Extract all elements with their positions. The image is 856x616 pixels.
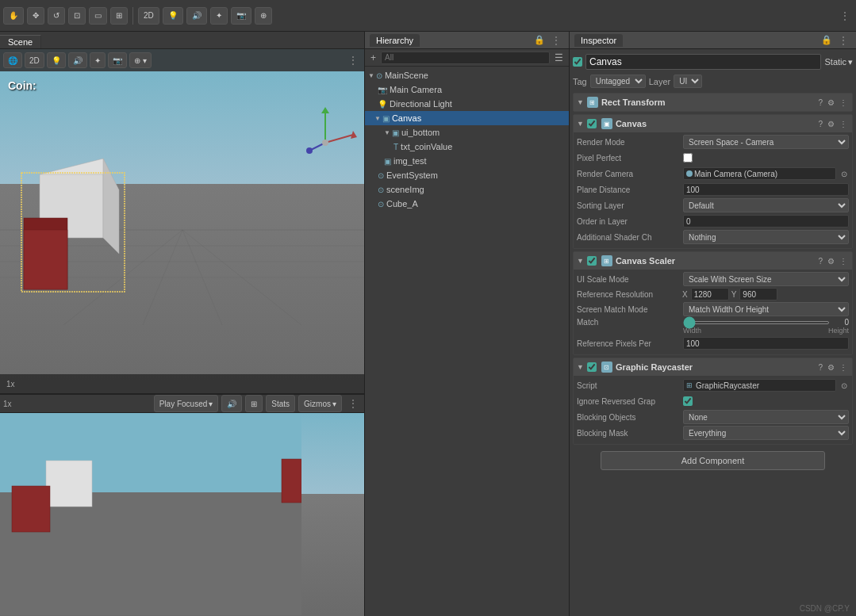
toolbar-rotate-btn[interactable]: ↺ <box>48 7 65 25</box>
blocking-objects-select[interactable]: None <box>683 410 849 424</box>
hier-item-sceneimg[interactable]: ⊙ sceneImg <box>365 182 569 197</box>
object-active-checkbox[interactable] <box>573 57 582 67</box>
plane-distance-input[interactable] <box>683 183 849 196</box>
svg-rect-22 <box>0 413 301 492</box>
hier-item-cubea[interactable]: ⊙ Cube_A <box>365 197 569 211</box>
hier-item-canvas[interactable]: ▼ ▣ Canvas <box>365 111 569 125</box>
hierarchy-lock-icon[interactable]: 🔒 <box>534 35 545 45</box>
ignore-reversed-checkbox[interactable] <box>683 396 693 406</box>
canvas-scaler-help-btn[interactable]: ? <box>816 257 824 266</box>
game-audio-btn[interactable]: 🔊 <box>221 395 242 412</box>
rect-transform-help-btn[interactable]: ? <box>816 98 824 107</box>
graphic-raycaster-header[interactable]: ▼ ⊡ Graphic Raycaster ? ⚙ ⋮ <box>574 358 852 376</box>
toolbar-audio-btn[interactable]: 🔊 <box>186 7 207 25</box>
screen-match-mode-row: Screen Match Mode Match Width Or Height <box>577 302 849 316</box>
uibottom-arrow: ▼ <box>384 129 390 136</box>
ui-scale-mode-select[interactable]: Scale With Screen Size <box>683 272 849 286</box>
toolbar-move-btn[interactable]: ✥ <box>27 7 44 25</box>
game-gizmos-btn[interactable]: Gizmos ▾ <box>298 395 342 412</box>
hier-item-imgtest[interactable]: ▣ img_test <box>365 154 569 168</box>
top-three-dot[interactable]: ⋮ <box>837 10 853 22</box>
toolbar-light-btn[interactable]: 💡 <box>163 7 183 25</box>
screen-match-mode-select[interactable]: Match Width Or Height <box>683 302 849 316</box>
hierarchy-tab[interactable]: Hierarchy <box>370 34 420 47</box>
rect-transform-header[interactable]: ▼ ⊞ Rect Transform ? ⚙ ⋮ <box>574 94 852 111</box>
render-camera-pick-btn[interactable]: ⊙ <box>839 170 849 178</box>
order-in-layer-input[interactable] <box>683 215 849 228</box>
scene-2d-btn[interactable]: 2D <box>25 52 44 68</box>
tag-select[interactable]: Untagged <box>590 75 646 88</box>
hier-item-dirlight[interactable]: 💡 Directional Light <box>365 97 569 111</box>
canvas-comp-checkbox[interactable] <box>587 119 597 128</box>
scene-lights-btn[interactable]: 💡 <box>47 52 66 68</box>
graphic-raycaster-menu-btn[interactable]: ⋮ <box>838 363 849 372</box>
canvas-scaler-menu-btn[interactable]: ⋮ <box>838 257 849 266</box>
script-value: GraphicRaycaster <box>696 381 759 390</box>
toolbar-camera-btn[interactable]: 📷 <box>231 7 251 25</box>
svg-marker-15 <box>321 107 329 113</box>
graphic-raycaster-settings-btn[interactable]: ⚙ <box>826 363 836 372</box>
layer-select[interactable]: UI <box>674 75 702 88</box>
toolbar-fx-btn[interactable]: ✦ <box>210 7 228 25</box>
canvas-comp-menu-btn[interactable]: ⋮ <box>838 120 849 128</box>
render-mode-select[interactable]: Screen Space - Camera <box>683 135 849 149</box>
canvas-comp-header[interactable]: ▼ ▣ Canvas ? ⚙ ⋮ <box>574 115 852 132</box>
canvas-comp-help-btn[interactable]: ? <box>816 120 824 128</box>
inspector-tab[interactable]: Inspector <box>574 34 623 47</box>
hier-item-eventsystem[interactable]: ⊙ EventSystem <box>365 168 569 182</box>
graphic-raycaster-checkbox[interactable] <box>587 362 597 372</box>
canvas-scaler-settings-btn[interactable]: ⚙ <box>826 257 836 266</box>
render-camera-ref[interactable]: Main Camera (Camera) <box>683 167 836 180</box>
scene-audio-btn[interactable]: 🔊 <box>68 52 87 68</box>
toolbar-scale-btn[interactable]: ⊡ <box>68 7 86 25</box>
inspector-three-dot[interactable]: ⋮ <box>835 34 851 47</box>
game-three-dot[interactable]: ⋮ <box>345 397 361 410</box>
canvas-scaler-checkbox[interactable] <box>587 256 597 266</box>
game-stats-btn[interactable]: Stats <box>266 395 295 412</box>
script-pick-btn[interactable]: ⊙ <box>839 381 849 390</box>
inspector-lock-icon[interactable]: 🔒 <box>821 35 832 45</box>
blocking-mask-select[interactable]: Everything <box>683 426 849 440</box>
rect-transform-menu-btn[interactable]: ⋮ <box>838 98 849 107</box>
scene-cam-btn[interactable]: 📷 <box>108 52 127 68</box>
toolbar-transform-btn[interactable]: ⊞ <box>110 7 128 25</box>
hierarchy-three-dot[interactable]: ⋮ <box>548 34 564 47</box>
hier-item-maincamera[interactable]: 📷 Main Camera <box>365 82 569 97</box>
hierarchy-filter-btn[interactable]: ☰ <box>552 52 566 63</box>
scene-tab[interactable]: Scene <box>0 35 41 48</box>
hierarchy-search-input[interactable] <box>381 52 550 64</box>
canvas-comp-icon: ▣ <box>601 118 612 129</box>
play-focused-btn[interactable]: Play Focused ▾ <box>154 395 219 412</box>
additional-shader-select[interactable]: Nothing <box>683 230 849 244</box>
canvas-section: ▼ ▣ Canvas ? ⚙ ⋮ Render Mode Screen Spac… <box>573 114 853 249</box>
cubea-label: Cube_A <box>386 199 418 209</box>
toolbar-rect-btn[interactable]: ▭ <box>89 7 107 25</box>
canvas-scaler-header[interactable]: ▼ ⊞ Canvas Scaler ? ⚙ ⋮ <box>574 252 852 270</box>
canvas-comp-settings-btn[interactable]: ⚙ <box>826 120 836 128</box>
hier-item-mainscene[interactable]: ▼ ⊙ MainScene <box>365 68 569 82</box>
toolbar-2d-btn[interactable]: 2D <box>138 7 159 25</box>
rect-transform-settings-btn[interactable]: ⚙ <box>826 98 836 107</box>
hier-item-uibottom[interactable]: ▼ ▣ ui_bottom <box>365 125 569 140</box>
sorting-layer-select[interactable]: Default <box>683 198 849 212</box>
toolbar-hand-btn[interactable]: ✋ <box>3 7 24 25</box>
reference-pixels-input[interactable] <box>683 337 849 350</box>
scene-shading-btn[interactable]: 🌐 <box>3 52 22 68</box>
hier-item-txtcoin[interactable]: T txt_coinValue <box>365 140 569 154</box>
scene-three-dot[interactable]: ⋮ <box>345 54 361 67</box>
add-component-btn[interactable]: Add Component <box>601 451 824 470</box>
res-y-input[interactable] <box>739 288 777 300</box>
hierarchy-add-btn[interactable]: + <box>368 52 378 63</box>
script-label: Script <box>577 381 680 390</box>
add-component-label: Add Component <box>681 456 745 465</box>
scene-gizmo-select-btn[interactable]: ⊕ ▾ <box>129 52 152 68</box>
res-x-input[interactable] <box>691 288 729 300</box>
object-name-input[interactable] <box>585 54 821 70</box>
match-slider[interactable] <box>683 321 830 324</box>
graphic-raycaster-help-btn[interactable]: ? <box>816 363 824 372</box>
scene-fx-btn[interactable]: ✦ <box>90 52 106 68</box>
game-grid-btn[interactable]: ⊞ <box>245 395 263 412</box>
toolbar-gizmo-btn[interactable]: ⊕ <box>255 7 272 25</box>
script-ref[interactable]: ⊞ GraphicRaycaster <box>683 379 836 392</box>
pixel-perfect-checkbox[interactable] <box>683 153 693 163</box>
